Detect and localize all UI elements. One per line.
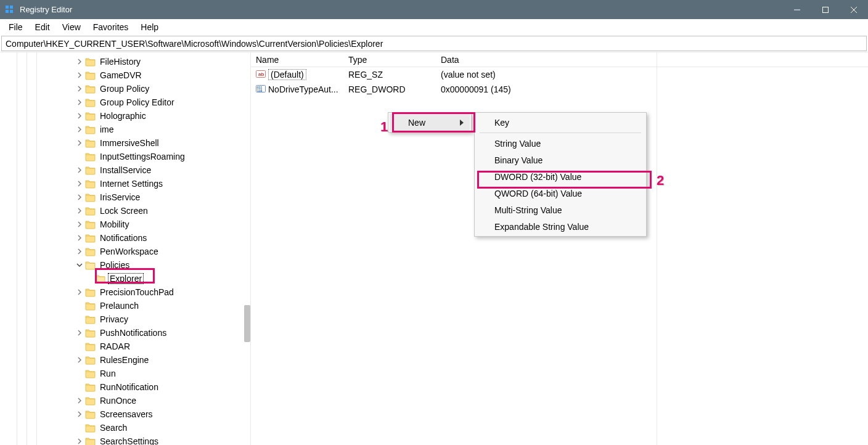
- expand-icon[interactable]: [75, 206, 84, 215]
- tree-node-label: Lock Screen: [99, 206, 149, 216]
- submenu-item-dword[interactable]: DWORD (32-bit) Value: [476, 168, 645, 185]
- expand-icon[interactable]: [75, 71, 84, 80]
- list-right-separator: [657, 52, 657, 445]
- window-controls: [783, 0, 868, 19]
- tree-node[interactable]: Search: [0, 421, 250, 435]
- column-type[interactable]: Type: [343, 55, 436, 65]
- expand-icon[interactable]: [75, 193, 84, 202]
- tree-node[interactable]: Group Policy: [0, 82, 250, 96]
- expand-icon[interactable]: [75, 437, 84, 445]
- values-list[interactable]: ab(Default)REG_SZ(value not set)011110No…: [251, 67, 868, 97]
- column-data[interactable]: Data: [436, 55, 652, 65]
- tree-node[interactable]: Internet Settings: [0, 177, 250, 190]
- close-button[interactable]: [840, 0, 868, 19]
- tree-node[interactable]: GameDVR: [0, 68, 250, 82]
- tree-node-label: RADAR: [99, 341, 131, 351]
- value-row[interactable]: ab(Default)REG_SZ(value not set): [251, 67, 868, 82]
- string-value-icon: ab: [256, 69, 266, 81]
- menu-favorites[interactable]: Favorites: [87, 20, 135, 34]
- value-data: 0x00000091 (145): [441, 84, 511, 94]
- expand-icon[interactable]: [75, 220, 84, 229]
- minimize-button[interactable]: [783, 0, 811, 19]
- expand-icon[interactable]: [75, 166, 84, 174]
- tree-node[interactable]: PrecisionTouchPad: [0, 285, 250, 299]
- submenu-string-label: String Value: [494, 139, 541, 149]
- tree-node-label: Mobility: [99, 219, 130, 229]
- tree-node[interactable]: Run: [0, 367, 250, 380]
- svg-text:110: 110: [257, 89, 263, 92]
- tree-node[interactable]: Policies: [0, 258, 250, 272]
- value-type: REG_DWORD: [348, 84, 406, 94]
- tree-node[interactable]: Notifications: [0, 231, 250, 245]
- tree-node[interactable]: InstallService: [0, 163, 250, 177]
- tree-node[interactable]: Prelaunch: [0, 299, 250, 312]
- collapse-icon[interactable]: [75, 261, 84, 269]
- tree-node-label: Explorer: [108, 274, 143, 284]
- main-split: FileHistory GameDVR Group Policy Group P…: [0, 52, 868, 445]
- submenu-item-binary[interactable]: Binary Value: [476, 152, 645, 168]
- submenu-dword-label: DWORD (32-bit) Value: [494, 172, 581, 182]
- tree-node[interactable]: Screensavers: [0, 407, 250, 421]
- submenu-item-expandable[interactable]: Expandable String Value: [476, 218, 645, 235]
- tree-node-label: Prelaunch: [99, 301, 140, 311]
- menu-help[interactable]: Help: [134, 20, 165, 34]
- expand-icon[interactable]: [75, 179, 84, 188]
- expand-icon[interactable]: [75, 125, 84, 134]
- svg-rect-2: [6, 10, 9, 13]
- tree-node[interactable]: Privacy: [0, 312, 250, 326]
- tree-node-label: PrecisionTouchPad: [99, 287, 175, 297]
- tree-node[interactable]: FileHistory: [0, 55, 250, 68]
- registry-tree[interactable]: FileHistory GameDVR Group Policy Group P…: [0, 52, 250, 445]
- expand-icon[interactable]: [75, 98, 84, 107]
- value-data: (value not set): [441, 70, 496, 80]
- tree-node[interactable]: PushNotifications: [0, 326, 250, 340]
- submenu-item-multistring[interactable]: Multi-String Value: [476, 202, 645, 218]
- expand-icon[interactable]: [75, 84, 84, 93]
- tree-node[interactable]: RADAR: [0, 340, 250, 353]
- expand-icon[interactable]: [75, 57, 84, 66]
- menu-file[interactable]: File: [2, 20, 29, 34]
- tree-node-label: SearchSettings: [99, 436, 160, 445]
- menu-edit[interactable]: Edit: [29, 20, 56, 34]
- expand-icon[interactable]: [75, 410, 84, 418]
- submenu-expandable-label: Expandable String Value: [494, 222, 589, 232]
- menu-view[interactable]: View: [56, 20, 87, 34]
- submenu-item-key[interactable]: Key: [476, 114, 645, 131]
- tree-node[interactable]: Group Policy Editor: [0, 96, 250, 109]
- tree-node[interactable]: RunNotification: [0, 380, 250, 394]
- value-row[interactable]: 011110NoDriveTypeAut...REG_DWORD0x000000…: [251, 82, 868, 97]
- tree-node[interactable]: SearchSettings: [0, 435, 250, 445]
- expand-icon[interactable]: [75, 396, 84, 405]
- tree-node[interactable]: InputSettingsRoaming: [0, 150, 250, 163]
- submenu-item-qword[interactable]: QWORD (64-bit) Value: [476, 185, 645, 202]
- expand-icon[interactable]: [75, 329, 84, 337]
- tree-node[interactable]: RunOnce: [0, 394, 250, 407]
- tree-node[interactable]: Lock Screen: [0, 204, 250, 218]
- tree-node[interactable]: ImmersiveShell: [0, 136, 250, 150]
- column-name[interactable]: Name: [251, 55, 343, 65]
- tree-node[interactable]: IrisService: [0, 190, 250, 204]
- maximize-button[interactable]: [811, 0, 840, 19]
- tree-node-label: Group Policy: [99, 84, 150, 94]
- address-bar[interactable]: Computer\HKEY_CURRENT_USER\Software\Micr…: [1, 36, 867, 51]
- tree-node-label: RulesEngine: [99, 355, 150, 365]
- tree-node[interactable]: ime: [0, 123, 250, 136]
- expand-icon[interactable]: [75, 139, 84, 147]
- submenu-item-string[interactable]: String Value: [476, 135, 645, 152]
- tree-node[interactable]: Explorer: [0, 272, 250, 285]
- app-icon: [5, 5, 15, 15]
- expand-icon[interactable]: [75, 112, 84, 120]
- submenu-key-label: Key: [494, 118, 509, 128]
- tree-node[interactable]: RulesEngine: [0, 353, 250, 367]
- tree-node[interactable]: Holographic: [0, 109, 250, 123]
- tree-node[interactable]: Mobility: [0, 218, 250, 231]
- expand-icon[interactable]: [75, 288, 84, 296]
- context-item-new[interactable]: New: [390, 114, 470, 131]
- tree-scrollbar-thumb[interactable]: [244, 305, 250, 342]
- expand-icon[interactable]: [75, 234, 84, 242]
- expand-icon[interactable]: [75, 356, 84, 364]
- svg-text:ab: ab: [258, 71, 264, 77]
- tree-node[interactable]: PenWorkspace: [0, 245, 250, 258]
- tree-node-label: RunOnce: [99, 396, 137, 406]
- expand-icon[interactable]: [75, 247, 84, 256]
